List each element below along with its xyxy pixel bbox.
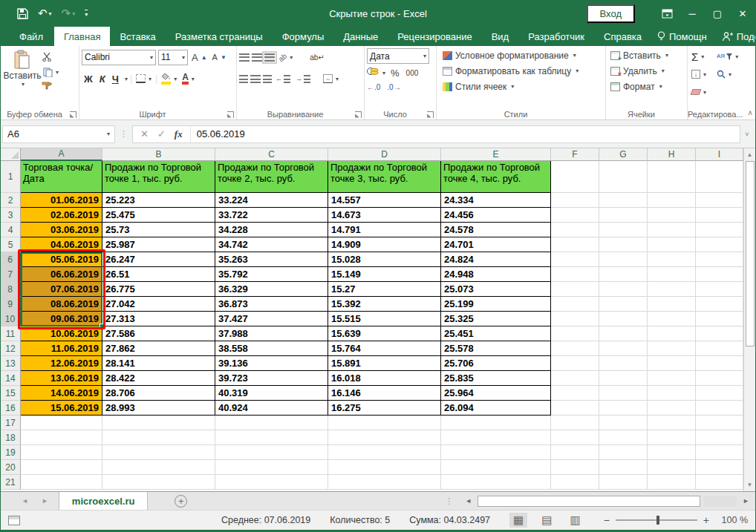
cell-H17[interactable] <box>648 416 696 430</box>
shrink-font-button[interactable]: A▼ <box>211 52 228 62</box>
cell-E14[interactable]: 25.835 <box>441 371 551 386</box>
cut-icon[interactable] <box>42 52 60 64</box>
assistant-button[interactable]: Помощн <box>651 31 713 42</box>
cell-H4[interactable] <box>648 223 696 237</box>
cell-G21[interactable] <box>599 475 648 490</box>
cell-D8[interactable]: 15.27 <box>328 282 441 297</box>
sign-in-button[interactable]: Вход <box>587 4 635 23</box>
cell-C6[interactable]: 35.263 <box>215 252 328 267</box>
cell-F8[interactable] <box>551 282 599 297</box>
row-header-20[interactable]: 20 <box>1 460 21 475</box>
cell-H5[interactable] <box>648 237 696 252</box>
cell-D11[interactable]: 15.639 <box>328 326 441 341</box>
cell-H18[interactable] <box>648 430 696 445</box>
cell-A9[interactable]: 08.06.2019 <box>21 297 102 312</box>
column-header-D[interactable]: D <box>328 148 441 161</box>
cell-D13[interactable]: 15.891 <box>328 356 441 371</box>
format-painter-icon[interactable] <box>42 81 60 92</box>
cell-D1[interactable]: Продажи по Торговой точке 3, тыс. руб. <box>328 161 441 193</box>
cell-E10[interactable]: 25.325 <box>441 312 551 326</box>
row-header-9[interactable]: 9 <box>1 297 21 312</box>
cell-I5[interactable] <box>696 237 743 252</box>
bold-button[interactable]: Ж <box>82 73 95 85</box>
align-bottom-icon[interactable] <box>264 53 275 62</box>
cell-I3[interactable] <box>696 208 743 223</box>
cell-F14[interactable] <box>551 371 599 386</box>
cell-I17[interactable] <box>696 416 743 430</box>
cell-E7[interactable]: 24.948 <box>441 267 551 282</box>
expand-formula-bar-icon[interactable]: ˅ <box>740 131 754 138</box>
cell-G12[interactable] <box>599 341 648 356</box>
orientation-button[interactable]: ab▾ <box>277 53 294 62</box>
cell-D2[interactable]: 14.557 <box>328 193 441 208</box>
cell-H2[interactable] <box>648 193 696 208</box>
cell-G20[interactable] <box>599 460 648 475</box>
cell-G19[interactable] <box>599 445 648 460</box>
cell-G2[interactable] <box>599 193 648 208</box>
ribbon-display-options-icon[interactable] <box>654 0 680 27</box>
cell-A15[interactable]: 14.06.2019 <box>21 386 102 401</box>
increase-decimal-icon[interactable]: ←.0 <box>367 85 380 90</box>
cell-B8[interactable]: 26.775 <box>102 282 215 297</box>
cell-C20[interactable] <box>215 460 328 475</box>
cell-B14[interactable]: 28.422 <box>102 371 215 386</box>
cell-G6[interactable] <box>599 252 648 267</box>
customize-qat-icon[interactable]: ▾ <box>85 10 88 18</box>
row-header-14[interactable]: 14 <box>1 371 21 386</box>
cell-I13[interactable] <box>696 356 743 371</box>
cell-G14[interactable] <box>599 371 648 386</box>
view-page-layout-icon[interactable]: ▤ <box>538 513 555 528</box>
cell-C13[interactable]: 39.136 <box>215 356 328 371</box>
cell-A20[interactable] <box>21 460 102 475</box>
row-header-11[interactable]: 11 <box>1 326 21 341</box>
cell-H20[interactable] <box>648 460 696 475</box>
cell-E15[interactable]: 25.964 <box>441 386 551 401</box>
cell-A21[interactable] <box>21 475 102 490</box>
collapse-ribbon-icon[interactable]: ˄ <box>748 109 752 117</box>
tab-Вид[interactable]: Вид <box>482 27 519 46</box>
cell-E3[interactable]: 24.456 <box>441 208 551 223</box>
cell-F7[interactable] <box>551 267 599 282</box>
cell-A12[interactable]: 11.06.2019 <box>21 341 102 356</box>
cell-H11[interactable] <box>648 326 696 341</box>
cell-I18[interactable] <box>696 430 743 445</box>
format-as-table-button[interactable]: Форматировать как таблицу▾ <box>443 63 603 79</box>
align-left-icon[interactable] <box>239 75 248 83</box>
increase-indent-icon[interactable]: → <box>294 74 312 84</box>
scroll-down-icon[interactable]: ▼ <box>744 479 755 491</box>
name-box[interactable]: A6▾ <box>2 125 115 143</box>
cell-F20[interactable] <box>551 460 599 475</box>
cell-H14[interactable] <box>648 371 696 386</box>
row-header-15[interactable]: 15 <box>1 386 21 401</box>
view-normal-icon[interactable]: ▦ <box>509 513 527 528</box>
row-header-12[interactable]: 12 <box>1 341 21 356</box>
cell-G8[interactable] <box>599 282 648 297</box>
cell-I10[interactable] <box>696 312 743 326</box>
zoom-slider[interactable] <box>616 519 697 521</box>
insert-function-icon[interactable]: fx <box>175 128 183 140</box>
align-center-icon[interactable] <box>250 75 261 83</box>
column-header-E[interactable]: E <box>441 148 551 161</box>
cell-F10[interactable] <box>551 312 599 326</box>
cell-E4[interactable]: 24.578 <box>441 223 551 237</box>
font-color-button[interactable]: А▾ <box>180 72 196 85</box>
cell-D3[interactable]: 14.673 <box>328 208 441 223</box>
row-header-6[interactable]: 6 <box>1 252 21 267</box>
tab-Разметка страницы[interactable]: Разметка страницы <box>166 27 273 46</box>
cell-A3[interactable]: 02.06.2019 <box>21 208 102 223</box>
macro-record-icon[interactable] <box>8 516 20 525</box>
cell-D10[interactable]: 15.515 <box>328 312 441 326</box>
cell-C16[interactable]: 40.924 <box>215 401 328 416</box>
tab-Справка[interactable]: Справка <box>594 27 651 46</box>
cell-I8[interactable] <box>696 282 743 297</box>
cell-A10[interactable]: 09.06.2019 <box>21 312 102 326</box>
row-header-18[interactable]: 18 <box>1 430 21 445</box>
horizontal-scroll-track[interactable] <box>703 496 737 507</box>
save-icon[interactable] <box>17 8 28 19</box>
cell-C19[interactable] <box>215 445 328 460</box>
cell-A6[interactable]: 05.06.2019 <box>21 252 102 267</box>
cell-F18[interactable] <box>551 430 599 445</box>
cell-D19[interactable] <box>328 445 441 460</box>
cell-G11[interactable] <box>599 326 648 341</box>
column-header-G[interactable]: G <box>599 148 648 161</box>
